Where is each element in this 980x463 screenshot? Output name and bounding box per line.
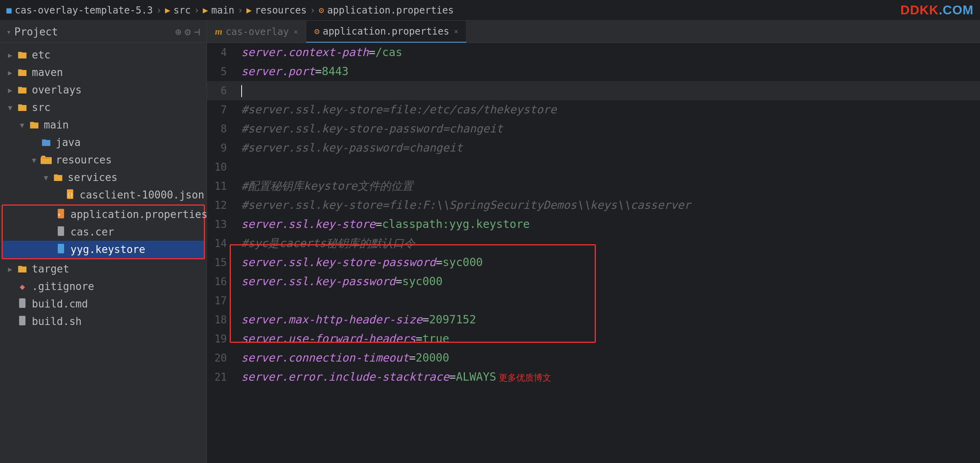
folder-icon-etc xyxy=(16,49,29,61)
sidebar-actions: ⊕ ⚙ ⊣ xyxy=(175,26,200,38)
line-num-4: 4 xyxy=(207,43,235,62)
sidebar-item-maven[interactable]: ▶ maven xyxy=(0,64,207,81)
sidebar-item-casclient[interactable]: ▶ {} casclient-10000.json xyxy=(0,186,207,204)
line-content-16: server.ssl.key-password=syc000 xyxy=(235,272,980,291)
label-etc: etc xyxy=(32,49,51,61)
sep4: › xyxy=(310,5,315,16)
title-src: src xyxy=(174,5,191,16)
title-main: main xyxy=(211,5,234,16)
line-content-6 xyxy=(235,81,980,100)
line-content-21: server.error.include-stacktrace=ALWAYS 更… xyxy=(235,368,980,387)
file-icon-json: {} xyxy=(64,189,76,201)
sidebar-item-target[interactable]: ▶ target xyxy=(0,260,207,278)
project-icon: ■ xyxy=(6,5,12,15)
line-num-14: 14 xyxy=(207,234,235,253)
ddkk-logo: DDKK.COM xyxy=(900,3,974,18)
line-content-19: server.use-forward-headers=true xyxy=(235,329,980,348)
line-content-4: server.context-path=/cas xyxy=(235,43,980,62)
line-content-7: #server.ssl.key-store=file:/etc/cas/thek… xyxy=(235,100,980,119)
code-editor[interactable]: 4 server.context-path=/cas 5 server.port… xyxy=(207,43,980,463)
label-gitignore: .gitignore xyxy=(32,280,94,292)
line-content-11: #配置秘钥库keystore文件的位置 xyxy=(235,177,980,196)
code-line-7: 7 #server.ssl.key-store=file:/etc/cas/th… xyxy=(207,100,980,119)
arrow-main: ▼ xyxy=(20,121,28,129)
folder-icon-resources xyxy=(40,154,53,166)
line-content-18: server.max-http-header-size=2097152 xyxy=(235,310,980,329)
arrow-etc: ▶ xyxy=(8,51,16,59)
line-num-21: 21 xyxy=(207,368,235,387)
svg-rect-1 xyxy=(41,156,46,158)
tab-maven-label: cas-overlay xyxy=(226,26,289,37)
sidebar-item-cascer[interactable]: ▶ cas.cer xyxy=(3,223,204,241)
sidebar-item-overlays[interactable]: ▶ overlays xyxy=(0,81,207,99)
file-icon-buildsh xyxy=(16,315,29,328)
label-src: src xyxy=(32,101,51,113)
svg-rect-7 xyxy=(58,226,64,236)
folder-icon-main xyxy=(28,119,41,131)
folder-icon-target xyxy=(16,263,29,275)
sidebar-item-buildcmd[interactable]: ▶ build.cmd xyxy=(0,295,207,313)
arrow-services: ▼ xyxy=(44,173,52,182)
svg-rect-2 xyxy=(42,158,51,159)
tab-props-close[interactable]: × xyxy=(454,27,459,35)
tab-maven-close[interactable]: × xyxy=(294,27,298,36)
line-num-15: 15 xyxy=(207,253,235,272)
code-line-15: 15 server.ssl.key-store-password=syc000 xyxy=(207,253,980,272)
sidebar-item-java[interactable]: ▶ java xyxy=(0,134,207,151)
svg-rect-10 xyxy=(19,316,25,325)
line-num-16: 16 xyxy=(207,272,235,291)
sidebar-item-buildsh[interactable]: ▶ build.sh xyxy=(0,313,207,330)
global-icon[interactable]: ⊕ xyxy=(175,26,182,38)
line-num-5: 5 xyxy=(207,62,235,81)
sidebar: ▾ Project ⊕ ⚙ ⊣ ▶ etc ▶ xyxy=(0,21,207,463)
sidebar-header: ▾ Project ⊕ ⚙ ⊣ xyxy=(0,21,207,43)
label-java: java xyxy=(56,136,81,148)
tab-bar: m cas-overlay × ⚙ application.properties… xyxy=(207,21,980,43)
file-icon-yygkeystore xyxy=(55,243,67,256)
label-main: main xyxy=(44,119,69,131)
line-num-20: 20 xyxy=(207,348,235,368)
folder-icon-src xyxy=(16,101,29,114)
red-highlight-group: ▶ ⚙ application.properties ▶ cas.cer xyxy=(2,204,205,259)
sidebar-item-resources[interactable]: ▼ resources xyxy=(0,151,207,169)
code-line-16: 16 server.ssl.key-password=syc000 xyxy=(207,272,980,291)
tab-props-icon: ⚙ xyxy=(314,26,319,36)
line-content-12: #server.ssl.key-store=file:F:\\SpringSec… xyxy=(235,196,980,215)
svg-rect-9 xyxy=(19,298,25,308)
tab-maven[interactable]: m cas-overlay × xyxy=(207,21,306,43)
line-num-19: 19 xyxy=(207,329,235,348)
code-line-4: 4 server.context-path=/cas xyxy=(207,43,980,62)
sidebar-item-services[interactable]: ▼ services xyxy=(0,169,207,186)
pin-icon[interactable]: ⊣ xyxy=(194,26,200,38)
label-yygkeystore: yyg.keystore xyxy=(70,243,145,255)
code-line-12: 12 #server.ssl.key-store=file:F:\\Spring… xyxy=(207,196,980,215)
line-num-10: 10 xyxy=(207,158,235,177)
sidebar-item-yygkeystore[interactable]: ▶ yyg.keystore xyxy=(3,241,204,258)
line-content-9: #server.ssl.key-password=changeit xyxy=(235,138,980,158)
sidebar-title-container: ▾ Project xyxy=(6,26,58,38)
sidebar-item-appprops[interactable]: ▶ ⚙ application.properties xyxy=(3,206,204,223)
line-num-17: 17 xyxy=(207,291,235,310)
settings-icon[interactable]: ⚙ xyxy=(185,26,191,38)
sidebar-item-src[interactable]: ▼ src xyxy=(0,99,207,116)
sidebar-collapse-icon[interactable]: ▾ xyxy=(6,27,11,37)
sep3: › xyxy=(238,5,243,16)
sidebar-item-gitignore[interactable]: ▶ ◆ .gitignore xyxy=(0,278,207,295)
file-icon-appprops: ⚙ xyxy=(55,208,67,221)
tab-props-label: application.properties xyxy=(323,26,449,37)
title-project: cas-overlay-template-5.3 xyxy=(15,5,153,16)
code-line-20: 20 server.connection-timeout=20000 xyxy=(207,348,980,368)
file-icon-cascer xyxy=(55,226,67,238)
sidebar-item-main[interactable]: ▼ main xyxy=(0,116,207,134)
code-line-19: 19 server.use-forward-headers=true xyxy=(207,329,980,348)
line-num-7: 7 xyxy=(207,100,235,119)
label-maven: maven xyxy=(32,66,63,78)
main-layout: ▾ Project ⊕ ⚙ ⊣ ▶ etc ▶ xyxy=(0,21,980,463)
sidebar-item-etc[interactable]: ▶ etc xyxy=(0,46,207,64)
tab-props[interactable]: ⚙ application.properties × xyxy=(306,21,467,43)
code-line-8: 8 #server.ssl.key-store-password=changei… xyxy=(207,119,980,138)
title-resources: resources xyxy=(255,5,306,16)
code-line-13: 13 server.ssl.key-store=classpath:yyg.ke… xyxy=(207,215,980,234)
label-resources: resources xyxy=(56,154,112,166)
svg-text:⚙: ⚙ xyxy=(58,212,61,217)
